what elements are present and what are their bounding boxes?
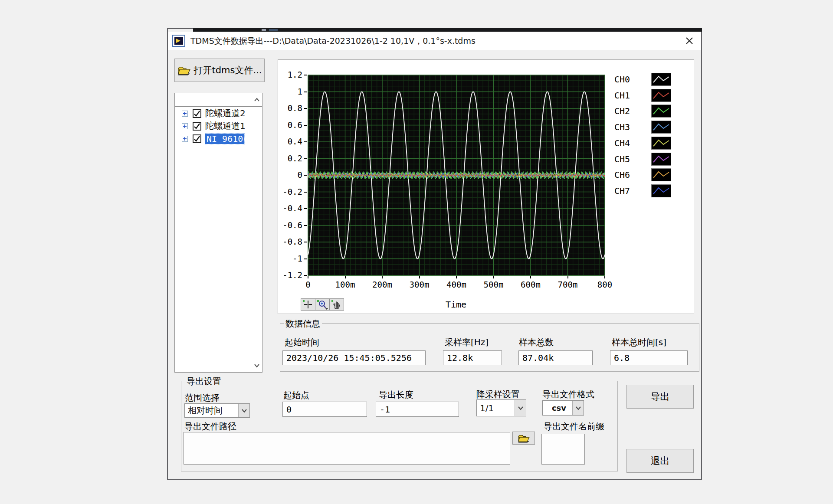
y-tick-mark [304, 275, 307, 276]
legend-channel-label: CH3 [614, 122, 630, 132]
legend-swatch[interactable] [651, 89, 671, 102]
legend-swatch[interactable] [651, 73, 671, 86]
y-tick-mark [304, 225, 307, 226]
export-length-input[interactable]: -1 [376, 402, 459, 417]
x-tick-label: 700m [551, 280, 585, 289]
file-format-dropdown[interactable]: csv [542, 400, 584, 416]
x-tick-label: 0 [291, 280, 325, 289]
channel-checkbox[interactable] [193, 109, 201, 118]
zoom-tool-button[interactable] [315, 298, 330, 311]
chevron-down-icon[interactable] [572, 401, 584, 415]
y-tick-label: -0.6 [278, 220, 302, 230]
y-tick-label: 1 [278, 87, 302, 96]
channel-checkbox[interactable] [193, 134, 201, 143]
file-format-label: 导出文件格式 [542, 389, 594, 400]
legend-swatch[interactable] [651, 168, 671, 181]
expand-plus-icon[interactable] [182, 111, 188, 117]
export-settings-group-label: 导出设置 [185, 376, 223, 387]
legend-channel-label: CH4 [614, 138, 630, 148]
total-time-value[interactable]: 6.8 [610, 350, 688, 365]
close-icon[interactable] [685, 36, 694, 45]
total-samples-label: 样本总数 [519, 337, 554, 348]
y-tick-label: -0.2 [278, 187, 302, 196]
start-point-input[interactable]: 0 [282, 402, 367, 417]
x-tick-mark [567, 276, 568, 278]
range-select-label: 范围选择 [185, 392, 220, 404]
tree-header-row [175, 93, 262, 107]
y-tick-mark [304, 175, 307, 176]
waveform-plot[interactable] [308, 75, 605, 275]
y-tick-mark [304, 208, 307, 209]
x-tick-mark [604, 276, 605, 278]
tree-item[interactable]: 陀螺通道2 [175, 107, 262, 120]
y-tick-label: 0.6 [278, 120, 302, 130]
tree-item[interactable]: 陀螺通道1 [175, 120, 262, 132]
waveform-graph-panel: 1.210.80.60.40.20-0.2-0.4-0.6-0.8-1-1.2 … [278, 59, 694, 314]
legend-channel-label: CH6 [614, 170, 630, 180]
app-icon [172, 35, 185, 47]
x-axis-title: Time [421, 299, 491, 310]
export-button[interactable]: 导出 [626, 385, 694, 409]
x-tick-label: 400m [439, 280, 474, 289]
legend-swatch[interactable] [651, 153, 671, 166]
file-path-input[interactable] [184, 432, 510, 465]
x-tick-mark [308, 276, 308, 278]
y-tick-mark [304, 92, 307, 92]
sample-rate-value[interactable]: 12.8k [443, 350, 502, 365]
channel-checkbox[interactable] [193, 122, 201, 131]
chevron-down-icon[interactable] [515, 400, 526, 416]
total-samples-value[interactable]: 87.04k [518, 350, 593, 365]
y-tick-label: -0.4 [278, 203, 302, 213]
legend-channel-label: CH0 [614, 74, 630, 85]
x-tick-mark [530, 276, 531, 278]
tree-item-label[interactable]: 陀螺通道1 [205, 120, 246, 132]
export-settings-group: 导出设置 范围选择 相对时间 起始点 0 导出长度 -1 降采样设置 1/1 导… [181, 381, 618, 471]
legend-channel-label: CH7 [614, 186, 630, 196]
cursor-tool-button[interactable] [301, 298, 315, 311]
downsample-dropdown[interactable]: 1/1 [476, 399, 526, 416]
y-tick-mark [304, 108, 307, 109]
window-title: TDMS文件数据导出---D:\Data\Data-20231026\1-2 1… [190, 36, 476, 47]
tdms-export-dialog: TDMS文件数据导出---D:\Data\Data-20231026\1-2 1… [167, 28, 702, 480]
y-tick-label: 0.2 [278, 154, 302, 163]
y-tick-mark [304, 125, 307, 126]
tree-item-label[interactable]: 陀螺通道2 [205, 108, 246, 119]
scroll-down-icon[interactable] [253, 362, 260, 369]
sample-rate-label: 采样率[Hz] [445, 337, 489, 348]
start-time-value[interactable]: 2023/10/26 15:45:05.5256 [282, 350, 426, 365]
browse-folder-button[interactable] [512, 432, 535, 445]
legend-swatch[interactable] [651, 121, 671, 134]
x-tick-label: 100m [328, 280, 363, 289]
downsample-label: 降采样设置 [476, 389, 520, 400]
x-tick-label: 200m [365, 280, 400, 289]
legend-channel-label: CH5 [614, 154, 630, 164]
exit-button[interactable]: 退出 [626, 449, 694, 473]
tree-item[interactable]: NI 9610 [175, 132, 262, 145]
expand-plus-icon[interactable] [182, 123, 188, 129]
legend-swatch[interactable] [651, 184, 671, 197]
file-prefix-input[interactable] [541, 434, 585, 465]
x-tick-label: 300m [402, 280, 437, 289]
expand-plus-icon[interactable] [182, 136, 188, 142]
y-tick-mark [304, 75, 307, 75]
tree-item-label[interactable]: NI 9610 [205, 134, 244, 144]
x-tick-mark [382, 276, 383, 278]
legend-swatch[interactable] [651, 137, 671, 150]
title-bar: TDMS文件数据导出---D:\Data\Data-20231026\1-2 1… [168, 32, 701, 50]
x-tick-mark [493, 276, 494, 278]
legend-channel-label: CH2 [614, 106, 630, 116]
scroll-up-icon[interactable] [253, 97, 260, 104]
channel-tree: 陀螺通道2陀螺通道1NI 9610 [174, 93, 262, 373]
chevron-down-icon[interactable] [238, 404, 249, 417]
y-tick-label: 1.2 [278, 70, 302, 79]
legend-swatch[interactable] [651, 105, 671, 118]
x-tick-mark [419, 276, 420, 278]
top-strip-mark [262, 29, 266, 31]
range-select-dropdown[interactable]: 相对时间 [184, 403, 250, 418]
window-top-edge [193, 28, 702, 32]
start-time-label: 起始时间 [285, 337, 319, 348]
data-info-group: 数据信息 起始时间 2023/10/26 15:45:05.5256 采样率[H… [280, 323, 699, 372]
pan-tool-button[interactable] [329, 298, 344, 311]
open-tdms-file-button[interactable]: 打开tdms文件... [174, 59, 265, 82]
y-tick-mark [304, 141, 307, 142]
